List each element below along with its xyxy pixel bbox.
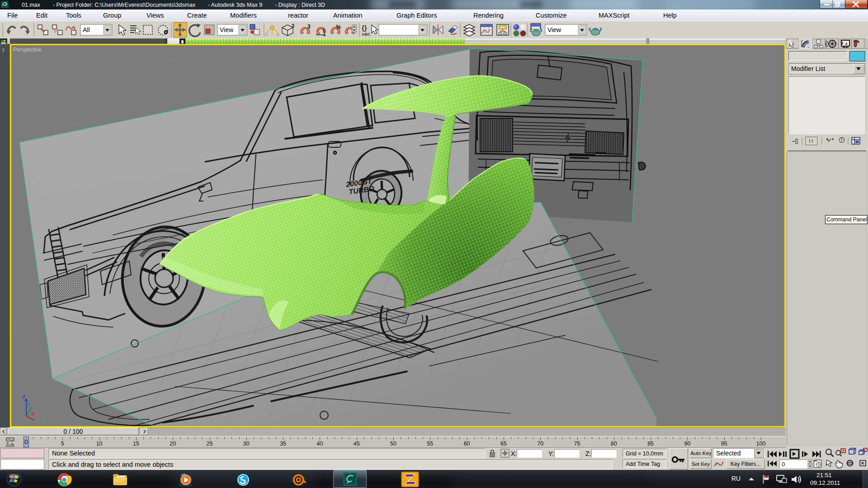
svg-text:ABC: ABC xyxy=(362,32,371,37)
svg-text:%: % xyxy=(336,24,341,30)
svg-text:y: y xyxy=(27,401,30,407)
svg-text:View: View xyxy=(547,26,561,33)
svg-text:x: x xyxy=(32,411,34,417)
svg-text:{}: {} xyxy=(362,24,367,32)
svg-text:z: z xyxy=(23,394,25,400)
svg-text:3: 3 xyxy=(307,23,311,30)
